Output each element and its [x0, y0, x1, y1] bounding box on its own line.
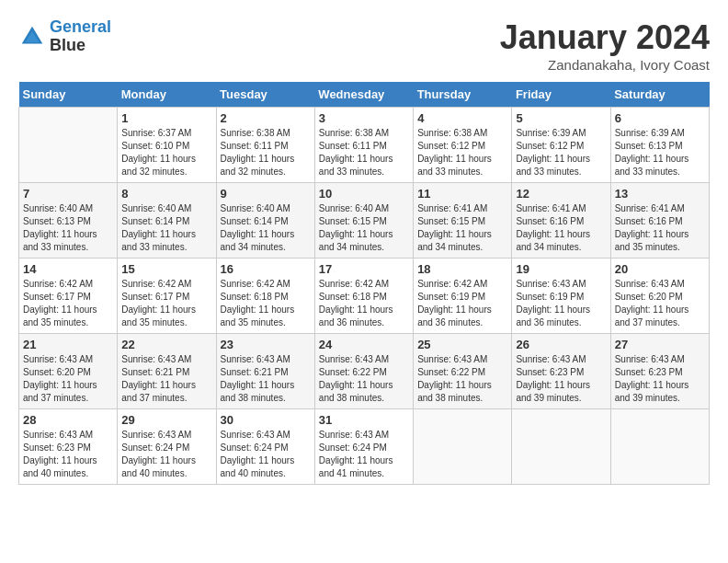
calendar-cell: 18Sunrise: 6:42 AMSunset: 6:19 PMDayligh…	[414, 259, 512, 334]
day-info: Sunrise: 6:37 AMSunset: 6:10 PMDaylight:…	[121, 127, 211, 178]
day-info: Sunrise: 6:40 AMSunset: 6:13 PMDaylight:…	[23, 202, 113, 254]
logo: GeneralBlue	[18, 18, 111, 55]
calendar-cell: 27Sunrise: 6:43 AMSunset: 6:23 PMDayligh…	[610, 334, 709, 409]
week-row-5: 28Sunrise: 6:43 AMSunset: 6:23 PMDayligh…	[19, 409, 710, 485]
day-number: 3	[319, 111, 409, 125]
day-number: 8	[121, 187, 211, 201]
calendar-cell	[19, 108, 118, 183]
calendar-cell: 16Sunrise: 6:42 AMSunset: 6:18 PMDayligh…	[216, 259, 314, 334]
calendar-cell: 10Sunrise: 6:40 AMSunset: 6:15 PMDayligh…	[314, 183, 413, 259]
day-info: Sunrise: 6:39 AMSunset: 6:12 PMDaylight:…	[516, 127, 606, 178]
calendar-cell: 1Sunrise: 6:37 AMSunset: 6:10 PMDaylight…	[118, 108, 216, 183]
calendar-cell: 28Sunrise: 6:43 AMSunset: 6:23 PMDayligh…	[19, 409, 118, 485]
day-number: 24	[319, 338, 409, 351]
day-info: Sunrise: 6:43 AMSunset: 6:22 PMDaylight:…	[319, 353, 409, 405]
calendar-table: SundayMondayTuesdayWednesdayThursdayFrid…	[18, 82, 710, 485]
calendar-cell: 21Sunrise: 6:43 AMSunset: 6:20 PMDayligh…	[19, 334, 118, 409]
day-info: Sunrise: 6:41 AMSunset: 6:15 PMDaylight:…	[417, 202, 507, 254]
col-header-friday: Friday	[512, 82, 610, 108]
day-number: 12	[516, 187, 606, 201]
day-info: Sunrise: 6:42 AMSunset: 6:19 PMDaylight:…	[417, 278, 507, 329]
day-info: Sunrise: 6:43 AMSunset: 6:23 PMDaylight:…	[516, 353, 606, 405]
week-row-1: 1Sunrise: 6:37 AMSunset: 6:10 PMDaylight…	[19, 108, 710, 183]
day-info: Sunrise: 6:40 AMSunset: 6:14 PMDaylight:…	[221, 202, 311, 254]
day-number: 26	[516, 338, 606, 351]
day-info: Sunrise: 6:43 AMSunset: 6:20 PMDaylight:…	[615, 278, 705, 329]
day-number: 15	[121, 262, 211, 276]
calendar-cell	[414, 409, 512, 485]
day-number: 28	[23, 413, 113, 427]
calendar-cell: 3Sunrise: 6:38 AMSunset: 6:11 PMDaylight…	[314, 108, 413, 183]
day-number: 27	[615, 338, 705, 351]
day-number: 5	[516, 111, 606, 125]
calendar-cell: 15Sunrise: 6:42 AMSunset: 6:17 PMDayligh…	[118, 259, 216, 334]
day-info: Sunrise: 6:43 AMSunset: 6:23 PMDaylight:…	[615, 353, 705, 405]
day-number: 17	[319, 262, 409, 276]
day-number: 22	[121, 338, 211, 351]
day-number: 14	[23, 262, 113, 276]
week-row-2: 7Sunrise: 6:40 AMSunset: 6:13 PMDaylight…	[19, 183, 710, 259]
col-header-thursday: Thursday	[414, 82, 512, 108]
col-header-saturday: Saturday	[610, 82, 709, 108]
day-info: Sunrise: 6:43 AMSunset: 6:21 PMDaylight:…	[221, 353, 311, 405]
calendar-cell: 20Sunrise: 6:43 AMSunset: 6:20 PMDayligh…	[610, 259, 709, 334]
day-info: Sunrise: 6:42 AMSunset: 6:18 PMDaylight:…	[319, 278, 409, 329]
day-number: 31	[319, 413, 409, 427]
calendar-cell: 8Sunrise: 6:40 AMSunset: 6:14 PMDaylight…	[118, 183, 216, 259]
calendar-cell: 25Sunrise: 6:43 AMSunset: 6:22 PMDayligh…	[414, 334, 512, 409]
calendar-cell: 6Sunrise: 6:39 AMSunset: 6:13 PMDaylight…	[610, 108, 709, 183]
calendar-cell: 9Sunrise: 6:40 AMSunset: 6:14 PMDaylight…	[216, 183, 314, 259]
day-info: Sunrise: 6:41 AMSunset: 6:16 PMDaylight:…	[516, 202, 606, 254]
day-number: 20	[615, 262, 705, 276]
col-header-tuesday: Tuesday	[216, 82, 314, 108]
day-number: 30	[221, 413, 311, 427]
calendar-cell: 5Sunrise: 6:39 AMSunset: 6:12 PMDaylight…	[512, 108, 610, 183]
header-row: SundayMondayTuesdayWednesdayThursdayFrid…	[19, 82, 710, 108]
day-number: 25	[417, 338, 507, 351]
logo-text: GeneralBlue	[50, 18, 111, 55]
calendar-cell: 17Sunrise: 6:42 AMSunset: 6:18 PMDayligh…	[314, 259, 413, 334]
day-number: 19	[516, 262, 606, 276]
calendar-cell: 4Sunrise: 6:38 AMSunset: 6:12 PMDaylight…	[414, 108, 512, 183]
day-number: 13	[615, 187, 705, 201]
day-info: Sunrise: 6:43 AMSunset: 6:23 PMDaylight:…	[23, 429, 113, 480]
calendar-cell: 12Sunrise: 6:41 AMSunset: 6:16 PMDayligh…	[512, 183, 610, 259]
day-info: Sunrise: 6:40 AMSunset: 6:15 PMDaylight:…	[319, 202, 409, 254]
calendar-cell: 29Sunrise: 6:43 AMSunset: 6:24 PMDayligh…	[118, 409, 216, 485]
day-number: 2	[221, 111, 311, 125]
col-header-sunday: Sunday	[19, 82, 118, 108]
day-info: Sunrise: 6:43 AMSunset: 6:22 PMDaylight:…	[417, 353, 507, 405]
day-number: 29	[121, 413, 211, 427]
day-info: Sunrise: 6:42 AMSunset: 6:17 PMDaylight:…	[121, 278, 211, 329]
day-info: Sunrise: 6:43 AMSunset: 6:24 PMDaylight:…	[121, 429, 211, 480]
calendar-cell	[610, 409, 709, 485]
day-number: 18	[417, 262, 507, 276]
day-number: 6	[615, 111, 705, 125]
page-header: GeneralBlue January 2024 Zandanakaha, Iv…	[18, 18, 710, 73]
day-number: 7	[23, 187, 113, 201]
calendar-cell: 2Sunrise: 6:38 AMSunset: 6:11 PMDaylight…	[216, 108, 314, 183]
title-block: January 2024 Zandanakaha, Ivory Coast	[500, 18, 710, 73]
day-number: 16	[221, 262, 311, 276]
day-info: Sunrise: 6:43 AMSunset: 6:21 PMDaylight:…	[121, 353, 211, 405]
calendar-cell: 30Sunrise: 6:43 AMSunset: 6:24 PMDayligh…	[216, 409, 314, 485]
calendar-cell: 24Sunrise: 6:43 AMSunset: 6:22 PMDayligh…	[314, 334, 413, 409]
day-info: Sunrise: 6:38 AMSunset: 6:11 PMDaylight:…	[319, 127, 409, 178]
calendar-cell: 31Sunrise: 6:43 AMSunset: 6:24 PMDayligh…	[314, 409, 413, 485]
calendar-cell: 26Sunrise: 6:43 AMSunset: 6:23 PMDayligh…	[512, 334, 610, 409]
day-number: 10	[319, 187, 409, 201]
day-info: Sunrise: 6:43 AMSunset: 6:24 PMDaylight:…	[319, 429, 409, 480]
calendar-cell: 11Sunrise: 6:41 AMSunset: 6:15 PMDayligh…	[414, 183, 512, 259]
logo-icon	[18, 23, 46, 51]
calendar-cell: 23Sunrise: 6:43 AMSunset: 6:21 PMDayligh…	[216, 334, 314, 409]
day-info: Sunrise: 6:43 AMSunset: 6:20 PMDaylight:…	[23, 353, 113, 405]
day-number: 11	[417, 187, 507, 201]
location: Zandanakaha, Ivory Coast	[500, 57, 710, 73]
day-info: Sunrise: 6:38 AMSunset: 6:11 PMDaylight:…	[221, 127, 311, 178]
calendar-cell: 22Sunrise: 6:43 AMSunset: 6:21 PMDayligh…	[118, 334, 216, 409]
month-title: January 2024	[500, 18, 710, 57]
day-info: Sunrise: 6:40 AMSunset: 6:14 PMDaylight:…	[121, 202, 211, 254]
day-info: Sunrise: 6:39 AMSunset: 6:13 PMDaylight:…	[615, 127, 705, 178]
week-row-4: 21Sunrise: 6:43 AMSunset: 6:20 PMDayligh…	[19, 334, 710, 409]
day-number: 1	[121, 111, 211, 125]
